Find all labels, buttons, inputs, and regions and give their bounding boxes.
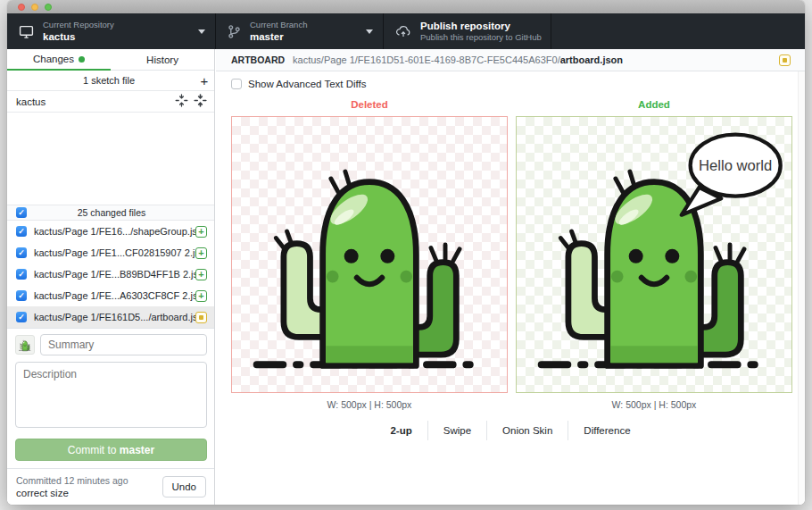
mode-onion-skin[interactable]: Onion Skin bbox=[486, 421, 568, 440]
modified-status-icon bbox=[779, 54, 791, 66]
publish-subtitle: Publish this repository to GitHub bbox=[420, 32, 542, 43]
added-status-icon bbox=[195, 290, 207, 302]
tab-history-label: History bbox=[146, 54, 178, 65]
file-path: kactus/Page 1/FE...A6303CF8CF 2.json bbox=[27, 290, 195, 301]
sketch-file-row[interactable]: kactus bbox=[7, 91, 214, 113]
modified-status-icon bbox=[195, 312, 207, 323]
mode-swipe[interactable]: Swipe bbox=[427, 421, 486, 440]
repository-dropdown[interactable]: Current Repository kactus bbox=[7, 13, 215, 49]
deleted-image-size: W: 500px | H: 500px bbox=[231, 399, 508, 410]
file-checkbox[interactable] bbox=[16, 312, 27, 322]
added-status-icon bbox=[195, 247, 207, 259]
file-path: kactus/Page 1/FE161D5.../artboard.json bbox=[27, 312, 195, 322]
changed-files-count: 25 changed files bbox=[27, 207, 214, 218]
sidebar: Changes History 1 sketch file kactus bbox=[7, 49, 215, 505]
last-commit-message: correct size bbox=[16, 488, 69, 498]
tab-changes[interactable]: Changes bbox=[7, 49, 111, 71]
monitor-icon bbox=[19, 24, 34, 39]
file-row[interactable]: kactus/Page 1/FE...B89BD4FF1B 2.json bbox=[7, 263, 214, 285]
file-row[interactable]: kactus/Page 1/FE1...CF02815907 2.json bbox=[7, 242, 214, 263]
repository-label: Current Repository bbox=[43, 20, 114, 30]
app-window: Current Repository kactus Current Branch… bbox=[7, 0, 805, 505]
cloud-upload-icon bbox=[395, 24, 411, 38]
mode-2up[interactable]: 2-up bbox=[375, 421, 427, 440]
minimize-window-button[interactable] bbox=[31, 4, 38, 11]
tab-changes-label: Changes bbox=[33, 54, 74, 64]
file-path: kactus/Page 1/FE16.../shapeGroup.json bbox=[27, 226, 195, 237]
export-sketch-icon[interactable] bbox=[194, 94, 207, 109]
mode-difference[interactable]: Difference bbox=[568, 421, 645, 440]
undo-button[interactable]: Undo bbox=[162, 476, 207, 497]
commit-button-branch: master bbox=[120, 444, 154, 456]
breadcrumb: ARTBOARD kactus/Page 1/FE161D51-601E-416… bbox=[216, 49, 805, 71]
last-commit-time: Committed 12 minutes ago bbox=[16, 475, 128, 486]
deleted-label: Deleted bbox=[231, 99, 508, 110]
diff-view: ARTBOARD kactus/Page 1/FE161D51-601E-416… bbox=[216, 49, 805, 505]
last-commit-section: Committed 12 minutes ago correct size Un… bbox=[7, 468, 214, 505]
file-checkbox[interactable] bbox=[16, 269, 27, 280]
advanced-diffs-label: Show Advanced Text Diffs bbox=[248, 79, 367, 89]
file-row-selected[interactable]: kactus/Page 1/FE161D5.../artboard.json bbox=[7, 306, 214, 328]
repository-name: kactus bbox=[43, 30, 114, 43]
added-status-icon bbox=[195, 226, 207, 238]
commit-button[interactable]: Commit to master bbox=[15, 439, 207, 461]
toolbar: Current Repository kactus Current Branch… bbox=[7, 13, 805, 49]
commit-form: Commit to master Committed 12 minutes ag… bbox=[7, 328, 214, 329]
file-checkbox[interactable] bbox=[16, 226, 27, 237]
description-input[interactable] bbox=[15, 362, 207, 428]
advanced-diffs-toggle[interactable]: Show Advanced Text Diffs bbox=[231, 79, 367, 89]
cactus-image-after: Hello world bbox=[517, 117, 791, 392]
file-path: kactus/Page 1/FE...B89BD4FF1B 2.json bbox=[27, 269, 195, 280]
publish-repository-button[interactable]: Publish repository Publish this reposito… bbox=[384, 13, 551, 49]
cactus-image-before bbox=[232, 117, 507, 392]
speech-bubble: Hello world bbox=[682, 135, 781, 215]
sketch-file-name: kactus bbox=[7, 96, 175, 107]
deleted-image-panel bbox=[231, 116, 508, 393]
breadcrumb-path: kactus/Page 1/FE161D51-601E-4169-8B7C-FE… bbox=[293, 54, 560, 65]
chevron-down-icon bbox=[366, 29, 373, 34]
sketch-files-count: 1 sketch file bbox=[7, 75, 195, 86]
changes-indicator-dot-icon bbox=[79, 56, 85, 63]
file-checkbox[interactable] bbox=[16, 247, 27, 258]
breadcrumb-kind: ARTBOARD bbox=[231, 54, 285, 65]
titlebar bbox=[7, 0, 805, 13]
file-row[interactable]: kactus/Page 1/FE16.../shapeGroup.json bbox=[7, 221, 214, 242]
summary-input[interactable] bbox=[40, 334, 207, 355]
diff-mode-tabs: 2-up Swipe Onion Skin Difference bbox=[216, 421, 805, 440]
file-row[interactable]: kactus/Page 1/FE...A6303CF8CF 2.json bbox=[7, 285, 214, 306]
sketch-files-header: 1 sketch file bbox=[7, 71, 214, 91]
publish-title: Publish repository bbox=[420, 20, 542, 32]
added-image-panel: Hello world bbox=[516, 116, 792, 393]
branch-icon bbox=[228, 24, 241, 39]
import-sketch-icon[interactable] bbox=[175, 94, 188, 109]
sidebar-tabs: Changes History bbox=[7, 49, 214, 71]
added-label: Added bbox=[516, 99, 792, 110]
zoom-window-button[interactable] bbox=[45, 4, 52, 11]
add-sketch-file-button[interactable] bbox=[195, 71, 214, 90]
branch-label: Current Branch bbox=[250, 20, 307, 30]
breadcrumb-file: artboard.json bbox=[560, 54, 623, 65]
tab-history[interactable]: History bbox=[111, 49, 214, 71]
close-window-button[interactable] bbox=[18, 4, 25, 11]
added-status-icon bbox=[195, 269, 207, 280]
chevron-down-icon bbox=[198, 29, 205, 34]
file-checkbox[interactable] bbox=[16, 290, 27, 301]
advanced-diffs-checkbox[interactable] bbox=[231, 79, 242, 89]
select-all-checkbox[interactable] bbox=[16, 207, 27, 218]
avatar bbox=[15, 335, 35, 355]
speech-bubble-text: Hello world bbox=[699, 157, 772, 174]
commit-button-prefix: Commit to bbox=[68, 444, 120, 456]
file-path: kactus/Page 1/FE1...CF02815907 2.json bbox=[27, 247, 195, 258]
scrollbar[interactable] bbox=[798, 71, 805, 505]
added-image-size: W: 500px | H: 500px bbox=[516, 399, 792, 410]
branch-name: master bbox=[250, 30, 307, 43]
branch-dropdown[interactable]: Current Branch master bbox=[216, 13, 383, 49]
changed-files-header: 25 changed files bbox=[7, 205, 214, 221]
